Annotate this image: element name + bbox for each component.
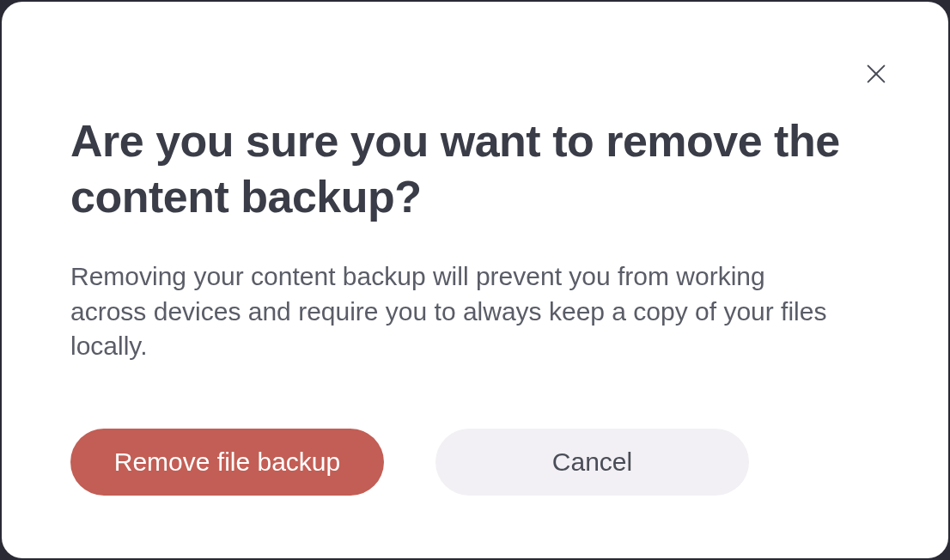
button-row: Remove file backup Cancel <box>70 429 880 496</box>
modal-description: Removing your content backup will preven… <box>70 259 843 364</box>
cancel-button[interactable]: Cancel <box>435 429 749 496</box>
confirmation-modal: Are you sure you want to remove the cont… <box>2 2 948 558</box>
close-icon <box>862 60 890 90</box>
close-button[interactable] <box>856 53 897 97</box>
remove-backup-button[interactable]: Remove file backup <box>70 429 384 496</box>
modal-title: Are you sure you want to remove the cont… <box>70 113 880 225</box>
